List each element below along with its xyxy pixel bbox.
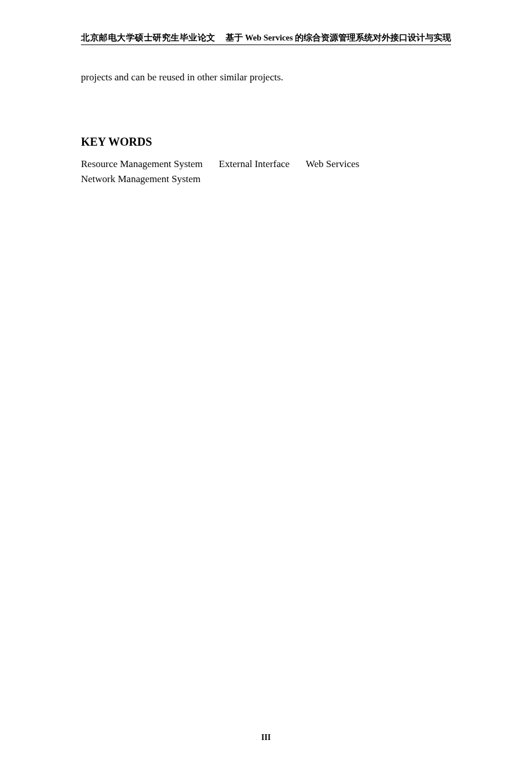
keywords-heading: KEY WORDS [81,135,451,149]
body-continuation-text: projects and can be reused in other simi… [81,72,451,83]
keyword-item: Web Services [306,157,360,172]
header-right-text: 基于 Web Services 的综合资源管理系统对外接口设计与实现 [226,32,451,43]
keyword-item: External Interface [219,157,290,172]
keyword-item: Network Management System [81,172,201,187]
keywords-line-2: Network Management System [81,172,451,187]
header-left-text: 北京邮电大学硕士研究生毕业论文 [81,32,216,43]
keywords-block: Resource Management System External Inte… [81,157,451,186]
page-container: 北京邮电大学硕士研究生毕业论文 基于 Web Services 的综合资源管理系… [0,0,532,186]
keywords-line-1: Resource Management System External Inte… [81,157,451,172]
keyword-item: Resource Management System [81,157,203,172]
page-header: 北京邮电大学硕士研究生毕业论文 基于 Web Services 的综合资源管理系… [81,32,451,45]
page-number: III [0,733,532,742]
